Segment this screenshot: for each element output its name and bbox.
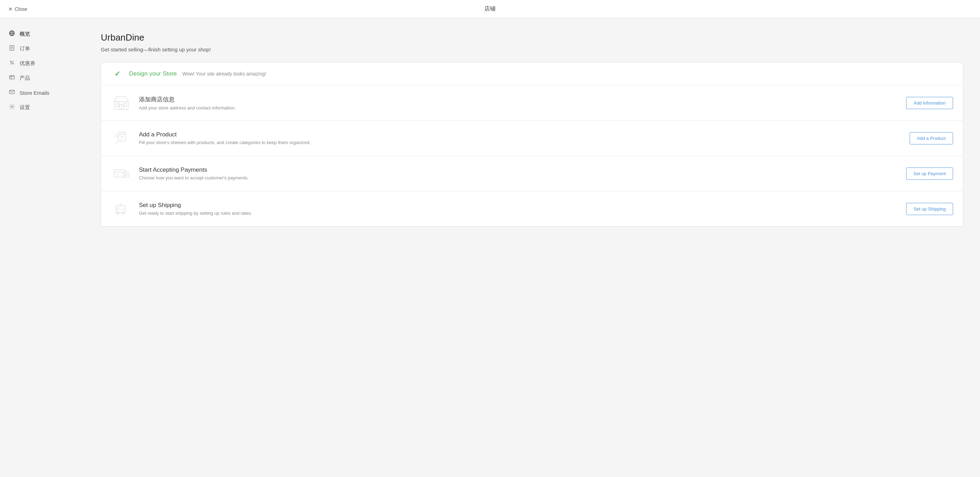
svg-line-23 — [123, 132, 124, 135]
product-text: Add a Product Fill your store's shelves … — [139, 131, 903, 145]
sidebar-item-label: 设置 — [20, 104, 30, 111]
setup-row-store-info: 添加商店信息 Add your store address and contac… — [101, 86, 963, 120]
shipping-action: Set up Shipping — [906, 203, 953, 215]
settings-icon — [8, 103, 15, 111]
shipping-desc: Get ready to start shipping by setting u… — [139, 211, 899, 216]
shipping-text: Set up Shipping Get ready to start shipp… — [139, 202, 899, 216]
svg-line-22 — [120, 132, 121, 135]
setup-row-product: Add a Product Fill your store's shelves … — [101, 120, 963, 156]
payments-title: Start Accepting Payments — [139, 166, 899, 173]
sidebar-item-label: 订单 — [20, 46, 30, 52]
product-desc: Fill your store's shelves with products,… — [139, 140, 903, 145]
sidebar-item-settings[interactable]: 设置 — [0, 100, 84, 115]
page-subtitle: Get started selling—finish setting up yo… — [101, 46, 963, 52]
product-action: Add a Product — [910, 132, 953, 144]
svg-rect-10 — [10, 76, 14, 79]
close-label: Close — [15, 6, 27, 12]
close-icon: ✕ — [8, 6, 13, 12]
svg-point-7 — [11, 61, 11, 62]
sidebar-item-label: 优惠券 — [20, 60, 35, 67]
product-title: Add a Product — [139, 131, 903, 138]
overview-icon — [8, 30, 15, 38]
setup-row-design: ✓ Design your Store Wow! Your site alrea… — [101, 63, 963, 86]
orders-icon — [8, 45, 15, 52]
design-title: Design your Store — [129, 70, 177, 77]
email-icon — [8, 89, 15, 97]
store-info-desc: Add your store address and contact infor… — [139, 105, 899, 111]
shipping-icon-area — [111, 200, 132, 218]
setup-card: ✓ Design your Store Wow! Your site alrea… — [101, 62, 963, 227]
sidebar-item-products[interactable]: 产品 — [0, 71, 84, 86]
payments-desc: Choose how you want to accept customer's… — [139, 175, 899, 181]
product-icon-area — [111, 129, 132, 147]
setup-payment-button[interactable]: Set up Payment — [906, 168, 953, 180]
setup-shipping-button[interactable]: Set up Shipping — [906, 203, 953, 215]
payments-icon-area — [111, 164, 132, 182]
page-title: UrbanDine — [101, 32, 963, 43]
sidebar-item-store-emails[interactable]: Store Emails — [0, 86, 84, 100]
store-info-title: 添加商店信息 — [139, 95, 899, 103]
sidebar: 概览 订单 优惠券 — [0, 18, 84, 477]
design-text: Design your Store Wow! Your site already… — [129, 70, 953, 77]
svg-point-14 — [11, 106, 13, 108]
setup-row-shipping: Set up Shipping Get ready to start shipp… — [101, 191, 963, 226]
sidebar-item-label: 概览 — [20, 31, 30, 37]
shipping-icon — [112, 200, 130, 218]
products-icon — [8, 74, 15, 82]
setup-row-payments: Start Accepting Payments Choose how you … — [101, 156, 963, 191]
product-icon — [112, 129, 130, 147]
check-mark-icon: ✓ — [115, 70, 120, 78]
check-area: ✓ — [111, 70, 124, 78]
svg-rect-21 — [118, 132, 126, 141]
app-layout: 概览 订单 优惠券 — [0, 18, 980, 477]
svg-line-9 — [10, 61, 14, 64]
topbar-title: 店铺 — [484, 5, 496, 13]
store-info-text: 添加商店信息 Add your store address and contac… — [139, 95, 899, 111]
sidebar-item-label: Store Emails — [20, 90, 49, 96]
svg-line-29 — [116, 141, 118, 144]
store-info-action: Add Information — [906, 97, 953, 109]
svg-point-8 — [13, 63, 14, 64]
shipping-title: Set up Shipping — [139, 202, 899, 209]
sidebar-item-orders[interactable]: 订单 — [0, 41, 84, 56]
sidebar-item-label: 产品 — [20, 75, 30, 81]
main-content: UrbanDine Get started selling—finish set… — [84, 18, 980, 477]
store-info-icon-area — [111, 94, 132, 112]
add-information-button[interactable]: Add Information — [906, 97, 953, 109]
payments-action: Set up Payment — [906, 168, 953, 180]
payment-icon — [112, 164, 130, 182]
sidebar-item-overview[interactable]: 概览 — [0, 27, 84, 41]
payments-text: Start Accepting Payments Choose how you … — [139, 166, 899, 181]
top-bar: ✕ Close 店铺 — [0, 0, 980, 18]
coupons-icon — [8, 59, 15, 67]
store-icon — [112, 94, 130, 112]
close-button[interactable]: ✕ Close — [8, 6, 27, 12]
add-product-button[interactable]: Add a Product — [910, 132, 953, 144]
sidebar-item-coupons[interactable]: 优惠券 — [0, 56, 84, 71]
design-desc: Wow! Your site already looks amazing! — [182, 71, 266, 76]
svg-rect-28 — [116, 135, 118, 137]
